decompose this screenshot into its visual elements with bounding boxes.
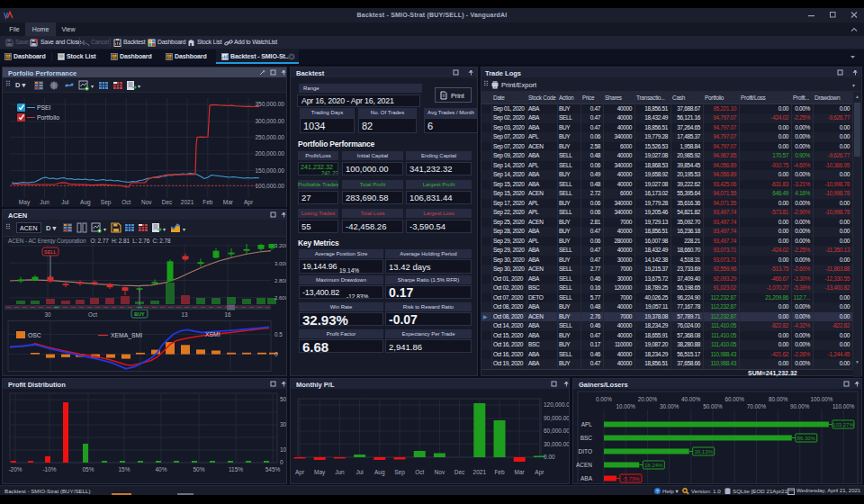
svg-text:Oct: Oct (122, 199, 130, 205)
svg-text:BUY: BUY (134, 311, 145, 317)
svg-text:APL: APL (581, 421, 593, 428)
svg-text:50: 50 (280, 396, 286, 402)
svg-text:Portfolio: Portfolio (37, 114, 59, 121)
svg-text:0: 0 (274, 351, 278, 357)
svg-text:Mar: Mar (223, 199, 234, 205)
svg-text:Sep: Sep (394, 469, 405, 476)
svg-text:70.00%: 70.00% (747, 403, 767, 410)
svg-text:2.800: 2.800 (274, 278, 286, 284)
svg-text:300,000.00: 300,000.00 (255, 118, 284, 124)
svg-text:Oct: Oct (88, 311, 97, 318)
svg-text:Nov: Nov (435, 469, 446, 475)
svg-text:50%: 50% (193, 466, 204, 472)
svg-text:86.30%: 86.30% (797, 436, 816, 441)
svg-text:Aug: Aug (374, 469, 385, 476)
svg-text:40.00%: 40.00% (681, 396, 701, 402)
svg-text:Feb: Feb (494, 469, 505, 475)
svg-text:30.00%: 30.00% (660, 403, 680, 410)
svg-text:10.00%: 10.00% (616, 403, 636, 410)
svg-text:Jun: Jun (335, 469, 345, 475)
svg-text:Dec: Dec (162, 199, 173, 205)
svg-text:120,000.0...: 120,000.0... (544, 401, 569, 408)
svg-text:100.00%: 100.00% (811, 396, 833, 402)
svg-text:-10%: -10% (42, 466, 56, 472)
svg-text:545%: 545% (266, 466, 281, 472)
svg-text:60.00%: 60.00% (725, 396, 745, 402)
svg-text:115%: 115% (229, 466, 243, 472)
svg-text:Dec: Dec (454, 469, 465, 475)
svg-text:200,000.00: 200,000.00 (255, 150, 284, 157)
svg-text:DITO: DITO (579, 448, 592, 454)
svg-text:30: 30 (280, 421, 286, 428)
svg-text:30,000.00: 30,000.00 (544, 441, 569, 447)
svg-text:ACEN: ACEN (576, 462, 592, 468)
svg-text:OSC: OSC (28, 332, 41, 338)
svg-text:103.27%: 103.27% (832, 422, 854, 428)
svg-text:Nov: Nov (141, 199, 152, 205)
svg-text:Oct: Oct (415, 469, 424, 475)
svg-text:-20%: -20% (8, 466, 22, 472)
svg-text:0.00: 0.00 (544, 454, 555, 460)
svg-text:05%: 05% (82, 466, 94, 472)
svg-text:0: 0 (280, 459, 284, 465)
svg-text:40%: 40% (155, 466, 166, 472)
svg-text:PSEI: PSEI (37, 104, 51, 111)
svg-text:30: 30 (44, 311, 51, 318)
svg-text:80.00%: 80.00% (769, 396, 788, 402)
svg-text:-5.73%: -5.73% (622, 476, 640, 482)
svg-text:3.200: 3.200 (274, 244, 286, 248)
svg-text:50.00%: 50.00% (703, 403, 723, 410)
svg-text:Jul: Jul (356, 469, 364, 475)
svg-text:20.00%: 20.00% (638, 396, 658, 402)
svg-text:15%: 15% (118, 466, 130, 472)
svg-text:Apr: Apr (244, 199, 254, 206)
svg-text:SELL: SELL (44, 249, 57, 255)
svg-text:13: 13 (181, 311, 188, 318)
svg-text:Jun: Jun (40, 199, 50, 205)
svg-text:250,000.00: 250,000.00 (255, 134, 284, 140)
svg-text:Aug: Aug (80, 199, 91, 206)
svg-text:2.600: 2.600 (274, 295, 286, 301)
svg-text:60,000.00: 60,000.00 (544, 428, 569, 434)
svg-text:39.13%: 39.13% (695, 449, 714, 454)
svg-text:150,000.00: 150,000.00 (255, 167, 284, 174)
svg-text:110.00%: 110.00% (832, 403, 855, 410)
svg-text:90.00%: 90.00% (790, 403, 810, 410)
svg-text:Feb: Feb (202, 199, 213, 205)
svg-text:2021: 2021 (181, 199, 194, 205)
svg-text:2021: 2021 (473, 469, 487, 475)
svg-text:0.00%: 0.00% (596, 396, 612, 402)
svg-text:350,000.00: 350,000.00 (255, 101, 284, 107)
svg-text:3.000: 3.000 (274, 261, 286, 266)
svg-text:Apr: Apr (295, 469, 305, 476)
svg-text:May: May (314, 469, 326, 476)
svg-text:0.5: 0.5 (274, 331, 283, 338)
svg-text:BSC: BSC (580, 435, 593, 441)
svg-text:16: 16 (224, 311, 231, 318)
svg-text:May: May (19, 199, 31, 206)
svg-text:XEMA_SMI: XEMA_SMI (111, 332, 142, 339)
svg-text:ABA: ABA (580, 475, 593, 482)
svg-text:100,000.00: 100,000.00 (255, 183, 284, 189)
svg-text:?: ? (656, 489, 659, 494)
svg-text:Sep: Sep (101, 199, 112, 206)
svg-text:Apr: Apr (535, 469, 544, 476)
svg-text:XSMI: XSMI (205, 331, 220, 338)
svg-text:Mar: Mar (515, 469, 526, 475)
svg-text:10: 10 (280, 446, 286, 453)
svg-text:Jul: Jul (61, 199, 69, 205)
svg-text:90,000.00: 90,000.00 (544, 415, 569, 421)
svg-text:16.24%: 16.24% (644, 463, 663, 468)
